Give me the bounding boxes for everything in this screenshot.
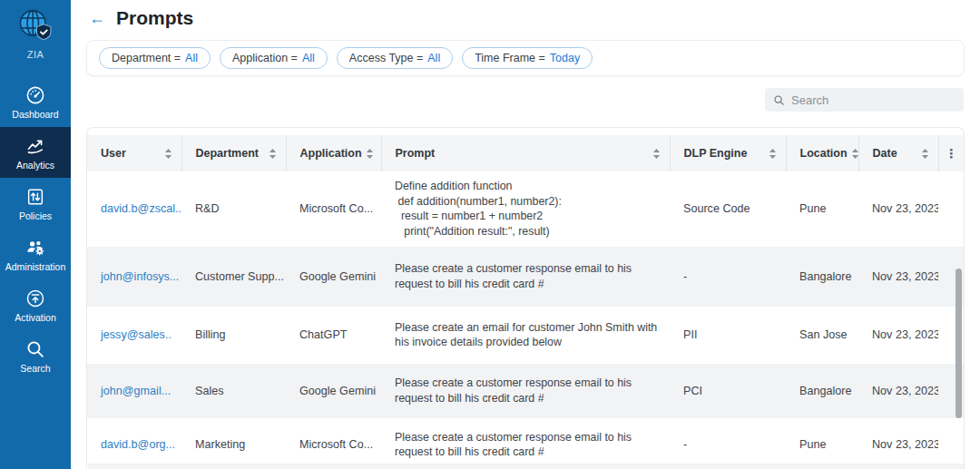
main-content: ← Prompts Department = All Application =… (71, 0, 980, 469)
column-header-dlp-engine[interactable]: DLP Engine (670, 135, 786, 171)
filter-value: All (427, 52, 440, 64)
prompt-cell: Please create a customer response email … (381, 364, 670, 418)
sidebar-item-search[interactable]: Search (0, 330, 71, 381)
user-link[interactable]: david.b@org... (87, 418, 181, 469)
prompts-table: User Department Application Prompt DLP E… (87, 135, 964, 469)
table-row[interactable]: john@infosys... Customer Supp... Google … (87, 247, 964, 307)
column-label: Date (873, 147, 897, 160)
analytics-chart-icon (24, 135, 46, 157)
search-icon (24, 338, 46, 360)
sidebar-item-policies[interactable]: Policies (0, 178, 71, 229)
sort-icon (269, 148, 277, 160)
filter-label: Department = (112, 52, 181, 64)
prompts-table-card: User Department Application Prompt DLP E… (86, 127, 965, 469)
policies-icon (24, 186, 46, 208)
user-link[interactable]: john@infosys... (87, 247, 181, 307)
sidebar-item-activation[interactable]: Activation (0, 279, 71, 330)
column-header-location[interactable]: Location (786, 135, 858, 171)
administration-users-gear-icon (24, 237, 46, 259)
application-cell: Microsoft Co... (286, 171, 381, 247)
date-cell: Nov 23, 2023; (858, 364, 938, 418)
column-label: DLP Engine (684, 147, 748, 160)
column-label: Department (196, 147, 259, 160)
sidebar-item-zia-home[interactable]: ZIA (0, 0, 71, 65)
dashboard-gauge-icon (24, 84, 46, 106)
prompt-cell: Define addition function def addition(nu… (381, 171, 670, 247)
zia-globe-shield-icon (15, 7, 56, 47)
dlp-engine-cell: Source Code (670, 171, 786, 247)
table-options-kebab-button[interactable]: ⋮ (938, 135, 964, 171)
table-row-partial (88, 464, 965, 469)
filter-value: Today (550, 52, 580, 64)
filter-chip-time-frame[interactable]: Time Frame = Today (462, 47, 593, 69)
sort-icon (366, 148, 374, 160)
row-menu-cell (938, 418, 964, 469)
filter-value: All (302, 52, 315, 64)
filter-bar: Department = All Application = All Acces… (86, 40, 965, 76)
filter-value: All (185, 52, 198, 64)
app-window: ZIA Dashboard (0, 0, 980, 469)
sidebar-item-label: Administration (5, 261, 66, 272)
sort-icon (769, 148, 777, 160)
column-header-department[interactable]: Department (181, 135, 286, 171)
prompt-cell: Please create a customer response email … (381, 418, 670, 469)
column-header-user[interactable]: User (87, 135, 181, 171)
activation-upload-icon (24, 288, 46, 309)
sidebar-item-label: Analytics (16, 160, 54, 171)
column-label: Location (800, 147, 848, 160)
application-cell: Microsoft Co... (286, 418, 381, 469)
application-cell: Google Gemini (286, 364, 381, 418)
page-header: ← Prompts (89, 7, 193, 29)
prompt-cell: Please create an email for customer John… (381, 307, 670, 364)
user-link[interactable]: jessy@sales.. (87, 307, 181, 364)
filter-chip-application[interactable]: Application = All (220, 47, 328, 69)
filter-chip-department[interactable]: Department = All (99, 47, 211, 69)
sidebar-item-label: Dashboard (12, 109, 58, 120)
user-link[interactable]: david.b@zscal... (87, 171, 181, 247)
prompt-cell: Please create a customer response email … (381, 247, 670, 307)
location-cell: San Jose (786, 307, 858, 364)
user-link[interactable]: john@gmail... (87, 364, 181, 418)
table-row[interactable]: david.b@org... Marketing Microsoft Co...… (87, 418, 964, 469)
location-cell: Pune (786, 171, 858, 247)
filter-label: Access Type = (349, 52, 423, 64)
table-row[interactable]: john@gmail... Sales Google Gemini Please… (87, 364, 964, 418)
table-header-row: User Department Application Prompt DLP E… (87, 135, 964, 171)
dlp-engine-cell: PCI (670, 364, 786, 418)
filter-chip-access-type[interactable]: Access Type = All (337, 47, 453, 69)
dlp-engine-cell: - (670, 247, 786, 307)
column-header-date[interactable]: Date (858, 135, 938, 171)
sidebar-item-analytics[interactable]: Analytics (0, 127, 71, 178)
filter-label: Application = (232, 52, 298, 64)
dlp-engine-cell: PII (670, 307, 786, 364)
column-header-prompt[interactable]: Prompt (381, 135, 670, 171)
sidebar-item-label: Search (20, 363, 50, 374)
dlp-engine-cell: - (670, 418, 786, 469)
filter-label: Time Frame = (475, 52, 545, 64)
sidebar-item-dashboard[interactable]: Dashboard (0, 76, 71, 127)
row-menu-cell (938, 171, 964, 247)
column-label: Application (300, 147, 362, 160)
date-cell: Nov 23, 2023; (858, 247, 938, 307)
sidebar-item-administration[interactable]: Administration (0, 229, 71, 279)
sort-icon (164, 148, 172, 160)
application-cell: Google Gemini (286, 247, 381, 307)
zia-label: ZIA (27, 49, 44, 60)
department-cell: Marketing (181, 418, 286, 469)
search-input[interactable] (765, 88, 964, 112)
table-row[interactable]: david.b@zscal... R&D Microsoft Co... Def… (87, 171, 964, 247)
vertical-scrollbar-thumb[interactable] (956, 269, 962, 418)
date-cell: Nov 23, 2023; (858, 418, 938, 469)
search-icon (773, 94, 785, 106)
sidebar-nav: Dashboard Analytics (0, 76, 71, 381)
sidebar-item-label: Activation (15, 312, 56, 323)
back-button[interactable]: ← (89, 10, 105, 26)
department-cell: R&D (181, 171, 286, 247)
search-field[interactable] (791, 93, 956, 107)
date-cell: Nov 23, 2023; (858, 307, 938, 364)
sort-icon (921, 148, 929, 160)
date-cell: Nov 23, 2023; (858, 171, 938, 247)
column-header-application[interactable]: Application (286, 135, 381, 171)
sidebar-item-label: Policies (19, 210, 52, 221)
table-row[interactable]: jessy@sales.. Billing ChatGPT Please cre… (87, 307, 964, 364)
